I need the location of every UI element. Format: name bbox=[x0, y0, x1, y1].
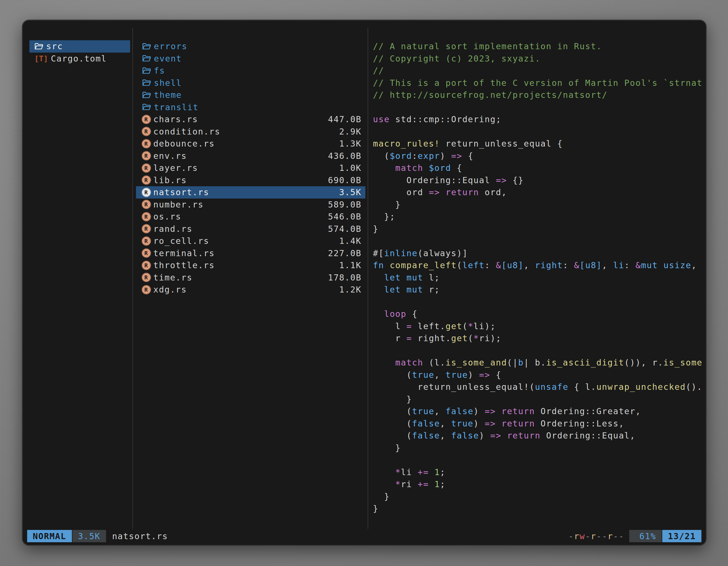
file-item-ro_cell.rs[interactable]: Rro_cell.rs 1.4K bbox=[136, 235, 365, 247]
item-name: fs bbox=[154, 66, 165, 76]
yazi-file-manager-window: src [T]Cargo.toml errors event fs bbox=[22, 20, 707, 546]
file-item-Cargo.toml[interactable]: [T]Cargo.toml bbox=[29, 53, 130, 65]
code-line: (false, true) => return Ordering::Less, bbox=[373, 417, 703, 430]
item-name: xdg.rs bbox=[153, 285, 187, 294]
item-size: 1.0K bbox=[339, 163, 365, 173]
toml-bracket-t-icon: [T] bbox=[34, 54, 48, 63]
rust-gear-r-icon: R bbox=[142, 285, 151, 294]
item-name: terminal.rs bbox=[153, 248, 215, 258]
code-line: // This is a port of the C version of Ma… bbox=[373, 77, 703, 89]
rust-gear-r-icon: R bbox=[142, 152, 151, 160]
item-name: src bbox=[46, 41, 63, 51]
file-item-time.rs[interactable]: Rtime.rs 178.0B bbox=[136, 272, 365, 284]
pane-divider bbox=[368, 28, 368, 529]
code-line bbox=[373, 344, 703, 357]
code-line: let mut l; bbox=[373, 272, 703, 284]
rust-gear-r-icon: R bbox=[142, 115, 151, 124]
code-line bbox=[373, 454, 703, 466]
file-item-layer.rs[interactable]: Rlayer.rs 1.0K bbox=[136, 162, 365, 174]
code-line: match (l.is_some_and(|b| b.is_ascii_digi… bbox=[373, 356, 703, 369]
item-size: 3.5K bbox=[339, 187, 365, 197]
preview-pane[interactable]: // A natural sort implementation in Rust… bbox=[373, 40, 703, 533]
list-position-badge: 13/21 bbox=[662, 530, 701, 542]
dir-item-translit[interactable]: translit bbox=[136, 101, 365, 114]
item-size: 178.0B bbox=[328, 273, 365, 283]
file-item-lib.rs[interactable]: Rlib.rs 690.0B bbox=[136, 174, 365, 187]
item-size: 546.0B bbox=[328, 212, 365, 222]
code-line bbox=[373, 101, 703, 114]
item-name: translit bbox=[154, 102, 199, 112]
code-line: return_unless_equal!(unsafe { l.unwrap_u… bbox=[373, 381, 703, 393]
code-line: loop { bbox=[373, 308, 703, 320]
code-line: ($ord:expr) => { bbox=[373, 150, 703, 162]
file-item-throttle.rs[interactable]: Rthrottle.rs 1.1K bbox=[136, 259, 365, 272]
dir-item-fs[interactable]: fs bbox=[136, 65, 365, 77]
rust-gear-r-icon: R bbox=[142, 225, 151, 233]
item-size: 1.1K bbox=[339, 261, 365, 270]
code-line bbox=[373, 235, 703, 247]
current-pane: errors event fs shell theme bbox=[136, 40, 365, 296]
status-right-group: -rw-r--r-- 61% 13/21 bbox=[569, 530, 701, 542]
item-name: rand.rs bbox=[153, 224, 192, 234]
item-size: 447.0B bbox=[328, 114, 365, 124]
mode-badge: NORMAL bbox=[27, 530, 72, 542]
dir-item-shell[interactable]: shell bbox=[136, 77, 365, 89]
file-item-condition.rs[interactable]: Rcondition.rs 2.9K bbox=[136, 126, 365, 138]
code-line: (true, false) => return Ordering::Greate… bbox=[373, 405, 703, 417]
item-name: lib.rs bbox=[153, 175, 187, 185]
file-item-natsort.rs[interactable]: Rnatsort.rs 3.5K bbox=[136, 186, 365, 199]
file-item-rand.rs[interactable]: Rrand.rs 574.0B bbox=[136, 223, 365, 235]
item-size: 1.2K bbox=[339, 285, 365, 294]
code-line: Ordering::Equal => {} bbox=[373, 174, 703, 187]
file-item-terminal.rs[interactable]: Rterminal.rs 227.0B bbox=[136, 247, 365, 260]
dir-item-event[interactable]: event bbox=[136, 53, 365, 65]
rust-gear-r-icon: R bbox=[142, 176, 151, 184]
item-name: ro_cell.rs bbox=[153, 236, 209, 246]
code-line: // Copyright (c) 2023, sxyazi. bbox=[373, 53, 703, 65]
file-item-os.rs[interactable]: Ros.rs 546.0B bbox=[136, 211, 365, 223]
file-item-chars.rs[interactable]: Rchars.rs 447.0B bbox=[136, 113, 365, 126]
dir-item-theme[interactable]: theme bbox=[136, 89, 365, 101]
open-folder-icon bbox=[34, 42, 43, 51]
dir-item-src[interactable]: src bbox=[29, 40, 130, 53]
item-size: 1.3K bbox=[339, 139, 365, 149]
open-folder-icon bbox=[142, 103, 151, 111]
code-line: ord => return ord, bbox=[373, 186, 703, 199]
item-size: 227.0B bbox=[328, 248, 365, 258]
file-item-number.rs[interactable]: Rnumber.rs 589.0B bbox=[136, 199, 365, 211]
code-line: }; bbox=[373, 211, 703, 223]
file-item-debounce.rs[interactable]: Rdebounce.rs 1.3K bbox=[136, 138, 365, 150]
code-line: #[inline(always)] bbox=[373, 247, 703, 260]
item-name: time.rs bbox=[153, 273, 192, 283]
parent-pane: src [T]Cargo.toml bbox=[29, 40, 130, 65]
file-item-env.rs[interactable]: Renv.rs 436.0B bbox=[136, 150, 365, 162]
rust-gear-r-icon: R bbox=[142, 237, 151, 245]
code-line: } bbox=[373, 502, 703, 515]
item-name: natsort.rs bbox=[153, 187, 209, 197]
rust-gear-r-icon: R bbox=[142, 164, 151, 172]
open-folder-icon bbox=[142, 91, 151, 99]
item-name: theme bbox=[154, 90, 182, 100]
code-line: r = right.get(*ri); bbox=[373, 332, 703, 344]
code-line bbox=[373, 296, 703, 308]
open-folder-icon bbox=[142, 67, 151, 75]
item-name: errors bbox=[154, 41, 187, 51]
dir-item-errors[interactable]: errors bbox=[136, 40, 365, 53]
code-line: // bbox=[373, 65, 703, 77]
code-line: match $ord { bbox=[373, 162, 703, 174]
file-item-xdg.rs[interactable]: Rxdg.rs 1.2K bbox=[136, 283, 365, 296]
open-folder-icon bbox=[142, 79, 151, 87]
item-name: Cargo.toml bbox=[51, 54, 107, 64]
item-name: chars.rs bbox=[153, 114, 198, 124]
rust-gear-r-icon: R bbox=[142, 200, 151, 209]
status-filename: natsort.rs bbox=[112, 531, 168, 541]
code-line: let mut r; bbox=[373, 283, 703, 296]
code-line: l = left.get(*li); bbox=[373, 320, 703, 332]
pane-divider bbox=[132, 28, 133, 529]
item-name: event bbox=[154, 54, 182, 64]
rust-gear-r-icon: R bbox=[142, 249, 151, 257]
code-line: } bbox=[373, 393, 703, 405]
code-line: (true, true) => { bbox=[373, 369, 703, 381]
rust-gear-r-icon: R bbox=[142, 188, 151, 197]
rust-gear-r-icon: R bbox=[142, 140, 151, 148]
